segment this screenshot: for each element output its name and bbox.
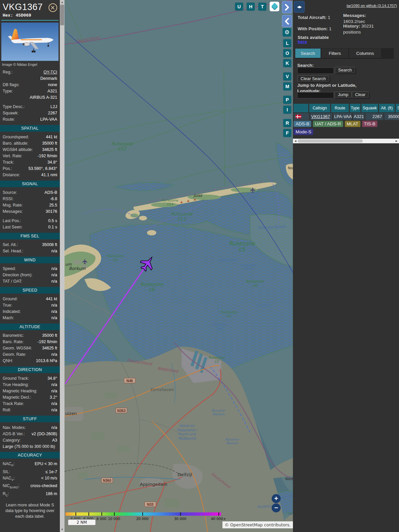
- data-label: Direction (from):: [3, 272, 33, 278]
- map[interactable]: N46N363N360N33 RuhezoneI/12RuhezoneI/14R…: [65, 0, 293, 532]
- column-header[interactable]: Type: [350, 104, 360, 112]
- layers-icon[interactable]: [270, 2, 279, 11]
- data-row: Mach:n/a: [0, 315, 60, 321]
- data-row: Vert. Rate:-192 ft/min: [0, 153, 60, 159]
- map-label: Norderney: [288, 166, 293, 170]
- toggle-units-button[interactable]: U: [235, 3, 243, 11]
- tab-columns[interactable]: Columns: [349, 49, 381, 58]
- data-row: Track:34.8°: [0, 159, 60, 166]
- data-value: 35008 ft: [42, 242, 57, 248]
- data-label: Sel. Alt.:: [3, 242, 18, 248]
- map-option-button-r[interactable]: R: [283, 119, 291, 127]
- scrollbar-thumb[interactable]: [60, 5, 64, 25]
- hex-code: Hex: 45D069: [0, 12, 60, 20]
- data-value: n/a: [52, 388, 57, 394]
- tab-search[interactable]: Search: [295, 49, 321, 58]
- map-option-button-f[interactable]: F: [283, 129, 291, 137]
- data-value: n/a: [52, 425, 57, 431]
- map-label: RysumerNacken: [211, 409, 226, 416]
- scroll-up-icon[interactable]: ▲: [60, 0, 65, 5]
- github-link[interactable]: tar1090 on github (3.14.1707): [346, 4, 397, 8]
- scroll-left-icon[interactable]: ◄: [294, 139, 297, 143]
- data-row: Type Desc.:L2J: [0, 104, 60, 110]
- panel-tabs: SearchFiltersColumns: [295, 48, 394, 59]
- panel-expander-icon[interactable]: ◀▶: [294, 1, 305, 13]
- data-row: True Heading:n/a: [0, 382, 60, 388]
- data-value: L2J: [51, 104, 57, 110]
- data-row: Direction (from):n/a: [0, 272, 60, 278]
- stats-here-link[interactable]: here: [298, 39, 307, 44]
- badge-mlat[interactable]: MLAT: [345, 121, 360, 127]
- column-header[interactable]: Alt. (ft): [379, 104, 395, 112]
- column-header[interactable]: S: [396, 104, 399, 112]
- data-value: 34.8°: [48, 159, 57, 166]
- map-option-button-o[interactable]: O: [283, 49, 291, 57]
- map-canvas[interactable]: N46N363N360N33 RuhezoneI/12RuhezoneI/14R…: [65, 0, 293, 532]
- jump-button[interactable]: Jump: [334, 91, 352, 98]
- data-row: Ground Track:34.8°: [0, 375, 60, 382]
- map-option-button-v[interactable]: V: [283, 72, 291, 80]
- data-label: Geom. WGS84:: [3, 345, 32, 351]
- callsign-link[interactable]: VKG1367: [311, 114, 330, 119]
- scroll-down-icon[interactable]: ▼: [60, 527, 65, 532]
- badge-ads-b[interactable]: ADS-B: [294, 121, 311, 127]
- badge-mode-s[interactable]: Mode-S: [294, 129, 313, 135]
- aircraft-table: CallsignRouteTypeSquawkAlt. (ft)SVKG1367…: [294, 104, 399, 121]
- column-header[interactable]: Callsign: [309, 104, 330, 112]
- gear-icon[interactable]: ⚙: [283, 28, 291, 37]
- section-header: SIGNAL: [0, 181, 60, 187]
- map-option-button-m[interactable]: M: [283, 82, 291, 90]
- horizontal-scrollbar[interactable]: ◄ ►: [293, 139, 399, 143]
- search-input[interactable]: [297, 67, 334, 74]
- data-row: Magnetic Decl.:3.2°: [0, 394, 60, 401]
- data-row: Msg. Rate:25.5: [0, 202, 60, 208]
- badge-tis-b[interactable]: TIS-B: [362, 121, 378, 127]
- column-header[interactable]: [294, 104, 308, 112]
- column-header[interactable]: Route: [331, 104, 349, 112]
- data-row: Reg.:OY-TCI: [0, 69, 60, 75]
- tab-filters[interactable]: Filters: [322, 49, 348, 58]
- data-row: Geom. Rate:n/a: [0, 351, 60, 358]
- map-option-button-i[interactable]: I: [283, 106, 291, 114]
- map-option-button-p[interactable]: P: [283, 96, 291, 104]
- vertical-scrollbar[interactable]: ▲ ▼: [60, 0, 65, 532]
- table-row[interactable]: VKG1367LPA-VAAA321226735000: [294, 113, 399, 120]
- data-row: Type:A321: [0, 88, 60, 94]
- column-header[interactable]: Squawk: [361, 104, 378, 112]
- data-value: 0.1 s: [48, 224, 57, 230]
- data-label: NACV:: [3, 475, 15, 483]
- zoom-in-button[interactable]: +: [272, 494, 281, 503]
- scroll-right-icon[interactable]: ►: [395, 139, 398, 143]
- map-option-button-l[interactable]: L: [283, 39, 291, 47]
- data-label: NICBARO:: [3, 483, 20, 491]
- data-value[interactable]: OY-TCI: [44, 69, 57, 75]
- clear-jump-button[interactable]: Clear: [352, 91, 369, 98]
- data-value: n/a: [52, 309, 57, 315]
- close-icon[interactable]: [49, 3, 57, 12]
- data-label: RSSI:: [3, 196, 14, 202]
- badge-uat-ads-r[interactable]: UAT / ADS-R: [313, 121, 343, 127]
- data-row: RSSI:-6.8: [0, 196, 60, 202]
- legend-tick: [180, 512, 181, 516]
- jump-input[interactable]: [297, 92, 334, 98]
- legend-tick-label: 8 000: [96, 517, 106, 521]
- table-header-row: CallsignRouteTypeSquawkAlt. (ft)S: [294, 104, 399, 112]
- aircraft-photo[interactable]: [1, 23, 59, 61]
- data-value: n/a: [52, 382, 57, 388]
- toggle-tracks-button[interactable]: T: [258, 3, 266, 11]
- scrollbar-thumb[interactable]: [298, 139, 363, 143]
- data-value: n/a: [52, 302, 57, 309]
- map-label: uizen: [65, 411, 77, 416]
- search-button[interactable]: Search: [335, 67, 355, 73]
- chevron-left-icon[interactable]: [282, 15, 292, 27]
- data-label: Geom. Rate:: [3, 351, 26, 358]
- map-option-button-k[interactable]: K: [283, 59, 291, 67]
- data-label: Speed:: [3, 266, 16, 272]
- data-value: 30176: [46, 208, 57, 215]
- data-label: Msg. Rate:: [3, 202, 23, 208]
- data-label: Mach:: [3, 315, 14, 321]
- chevron-right-icon[interactable]: [282, 1, 292, 13]
- zoom-out-button[interactable]: −: [272, 503, 281, 512]
- toggle-heatmap-button[interactable]: H: [247, 3, 255, 11]
- clear-search-button[interactable]: Clear Search: [297, 75, 329, 82]
